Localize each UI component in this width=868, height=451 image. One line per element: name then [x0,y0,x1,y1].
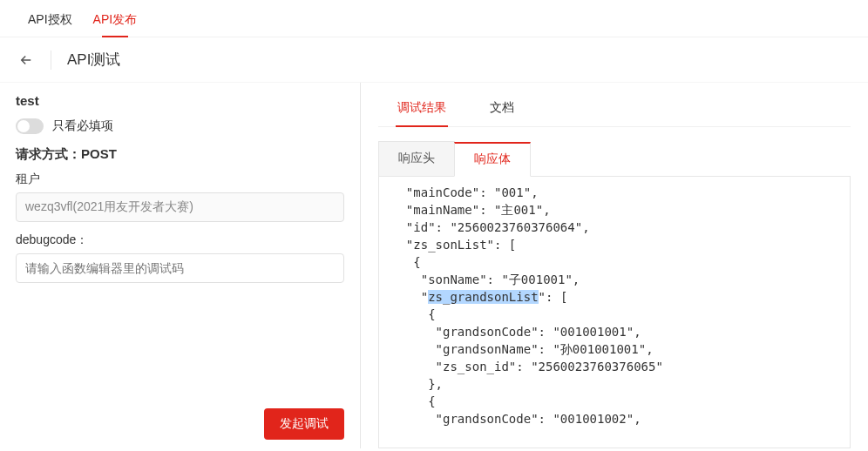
top-tabs: API授权 API发布 [0,0,868,37]
tab-doc[interactable]: 文档 [488,95,516,126]
debugcode-label: debugcode： [16,232,344,248]
right-panel: 调试结果 文档 响应头 响应体 "mainCode": "001", "main… [361,83,868,448]
response-subtabs: 响应头 响应体 [378,141,851,177]
subtab-response-header[interactable]: 响应头 [378,141,455,176]
left-footer: 发起调试 [264,408,344,440]
tab-debug-result[interactable]: 调试结果 [396,95,448,126]
back-arrow-icon[interactable] [17,51,35,69]
page-title: API测试 [67,50,120,70]
debugcode-field[interactable] [16,253,344,283]
request-method-label: 请求方式： [16,146,81,161]
subheader: API测试 [0,37,868,83]
left-panel: test 只看必填项 请求方式：POST 租户 debugcode： 发起调试 [0,83,361,448]
tab-api-auth[interactable]: API授权 [17,0,83,37]
response-body[interactable]: "mainCode": "001", "mainName": "主001", "… [378,177,851,448]
required-only-row: 只看必填项 [16,118,344,134]
result-tabs: 调试结果 文档 [378,83,851,127]
tenant-label: 租户 [16,172,344,187]
required-only-label: 只看必填项 [52,118,113,134]
tenant-field[interactable] [16,192,344,222]
tab-api-publish[interactable]: API发布 [83,0,148,37]
main: test 只看必填项 请求方式：POST 租户 debugcode： 发起调试 … [0,83,868,448]
required-only-toggle[interactable] [16,118,44,134]
test-name: test [16,93,344,108]
subtab-response-body[interactable]: 响应体 [454,142,531,177]
divider [51,50,51,70]
submit-button[interactable]: 发起调试 [264,408,344,440]
request-method-value: POST [81,146,117,161]
request-method: 请求方式：POST [16,146,344,163]
